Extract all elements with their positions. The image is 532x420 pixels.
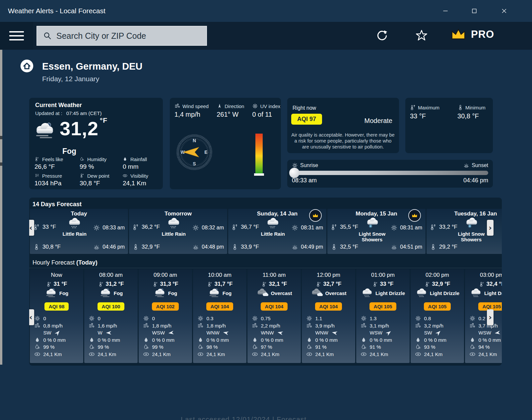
hour-humidity: 97 % [252, 343, 297, 351]
favorite-star-button[interactable] [413, 27, 430, 44]
hour-temperature: 32,9 °F [425, 281, 450, 287]
humidity-icon [89, 344, 95, 350]
stat-icon [79, 173, 85, 179]
day-sunset: 04:49 pm [292, 243, 323, 251]
premium-crown-badge [309, 209, 322, 222]
hour-time: 08:00 am [99, 272, 123, 278]
thermometer-icon [316, 281, 321, 287]
uv-sun-icon [252, 103, 258, 109]
day-name: Today [30, 210, 128, 217]
hour-rain: 0 % 0 mm [469, 336, 502, 344]
weather-condition-icon [154, 288, 166, 298]
hour-visibility: 24,1 Km [34, 351, 79, 358]
minimize-button[interactable] [438, 3, 453, 19]
divider [29, 268, 502, 268]
uv-sun-icon [252, 315, 258, 322]
hour-wind-speed: 3,7 mp/h [469, 322, 502, 330]
weather-condition-icon [361, 288, 373, 298]
hourly-forecast-card: 11:00 am 32,1 °F Overcast AQI 104 0.75 2… [247, 269, 301, 363]
pro-upgrade-button[interactable]: PRO [450, 28, 494, 41]
updated-at: Updated at :07:45 am (CET) [35, 110, 101, 116]
day-condition: Light Snow Showers [350, 217, 394, 242]
background-window-edge [0, 136, 2, 139]
sunrise-sunset-card: Sunrise Sunset 08:33 am 04:46 pm [287, 160, 493, 188]
day-condition: Little Rain [251, 217, 295, 237]
weather-condition-icon [310, 288, 323, 298]
search-input[interactable] [56, 31, 206, 41]
hour-time: 02:00 pm [426, 272, 449, 278]
forecast-day-card[interactable]: Sunday, 14 Jan 36,7 °F Little Rain 08:31… [228, 209, 326, 254]
hour-uv: 0 [89, 315, 134, 322]
sunset-icon [192, 243, 199, 251]
uv-scale-bar [255, 134, 263, 174]
day-sunrise: 08:31 am [391, 224, 422, 231]
day-name: Tomorrow [129, 210, 227, 217]
close-button[interactable] [497, 3, 512, 19]
thermometer-icon [261, 281, 267, 287]
hour-rain: 0 % 0 mm [143, 336, 188, 344]
hour-aqi-badge: AQI 102 [152, 302, 179, 311]
sunset-icon [93, 243, 100, 251]
wind-direction-arrow-icon [331, 330, 338, 335]
wind-direction-text: WSW [479, 330, 491, 335]
aqi-heading: Right now [293, 105, 316, 111]
raindrop-icon [89, 337, 95, 343]
hour-temperature: 32,4 °F [479, 281, 502, 287]
current-temperature: 31,2°F [60, 116, 107, 140]
maximize-button[interactable] [467, 3, 482, 19]
day-condition-label: Little Rain [152, 231, 196, 237]
aqi-badge: AQI 97 [291, 114, 322, 125]
svg-text:N: N [193, 138, 196, 143]
wind-icon [469, 323, 476, 329]
eye-visibility-icon [415, 351, 421, 357]
hour-visibility: 24,1 Km [197, 351, 242, 358]
hour-uv: 0.8 [415, 315, 460, 322]
wind-icon [252, 323, 258, 329]
home-location-icon[interactable] [20, 59, 34, 73]
hour-visibility: 24,1 Km [143, 351, 188, 358]
location-name: Essen, Germany, DEU [42, 61, 142, 72]
crown-icon [450, 28, 467, 41]
day-condition: Little Rain [53, 217, 97, 237]
wind-direction-text: WSW [152, 330, 165, 335]
forecast-day-card[interactable]: Tomorrow 36,2 °F Little Rain 08:32 am 32… [129, 209, 227, 254]
hour-visibility: 24,1 Km [361, 351, 406, 358]
forecast-panel: 14 Days Forecast Today 33 °F Little Rain… [29, 198, 502, 366]
hour-condition: Light Drizzle [470, 288, 502, 298]
hours-scroll-right-button[interactable]: › [487, 309, 494, 325]
menu-hamburger-button[interactable] [0, 22, 33, 50]
refresh-button[interactable] [373, 27, 391, 44]
raindrop-icon [143, 337, 149, 343]
sunrise-sun-icon [192, 224, 199, 231]
stat-icon [122, 173, 128, 179]
wind-compass: N E S W [174, 132, 214, 172]
hourly-forecast-card: Now 31 °F Fog AQI 98 0 0,8 mp/h SW [30, 269, 83, 363]
hours-scroll-left-button[interactable]: ‹ [29, 309, 34, 325]
forecast-day-card[interactable]: Today 33 °F Little Rain 08:33 am 30,8 °F [30, 209, 128, 254]
weather-stat: Visibility 24,1 Km [122, 173, 161, 189]
hour-wind-speed: 1,6 mp/h [89, 322, 134, 330]
weather-condition-icon [208, 288, 221, 298]
thermometer-up-icon [410, 104, 416, 110]
hour-condition-label: Fog [168, 290, 177, 296]
days-scroll-left-button[interactable]: ‹ [29, 220, 34, 236]
forecast-day-card[interactable]: Monday, 15 Jan 35,5 °F Light Snow Shower… [327, 209, 426, 254]
hour-stats: 0 1,6 mp/h W 0 % 0 mm 99 % 24,1 Km [89, 315, 134, 358]
hour-rain: 0 % 0 mm [361, 336, 406, 344]
uv-sun-icon [89, 315, 95, 322]
wind-icon [361, 323, 367, 329]
weather-condition-icon [256, 288, 269, 298]
stat-icon [122, 156, 128, 162]
uv-sun-icon [361, 315, 367, 322]
thermometer-up-icon [232, 223, 238, 231]
day-sunset: 04:51 pm [391, 243, 422, 251]
day-min-temp: 32,5 °F [331, 243, 358, 251]
days-scroll-right-button[interactable]: › [487, 220, 494, 236]
hour-condition: Overcast [256, 288, 292, 298]
hour-humidity: 93 % [415, 343, 460, 351]
weather-condition-icon [99, 288, 112, 298]
day-condition-label: Little Rain [53, 231, 97, 237]
humidity-icon [469, 344, 476, 350]
wind-icon [34, 323, 40, 329]
clipped-footer-text: Last accessed 12/01/2024 | Forecast [181, 415, 306, 420]
